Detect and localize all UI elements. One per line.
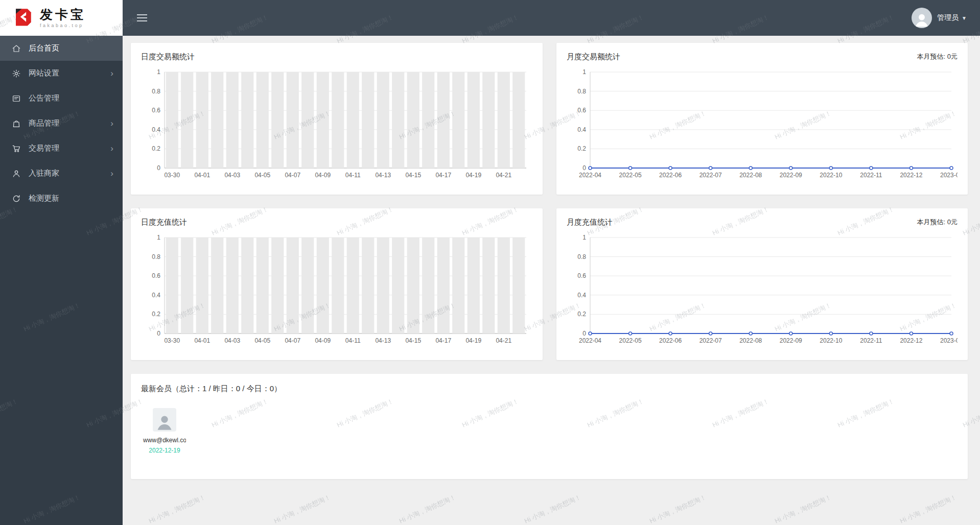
- brand[interactable]: 发卡宝 fakabao.top: [0, 0, 123, 36]
- svg-text:0: 0: [157, 330, 160, 337]
- svg-text:04-03: 04-03: [224, 337, 240, 344]
- svg-text:2022-08: 2022-08: [739, 172, 762, 179]
- brand-logo-icon: [12, 6, 34, 30]
- svg-text:0.2: 0.2: [577, 311, 586, 318]
- caret-down-icon: ▼: [962, 15, 967, 21]
- sidebar-item-3[interactable]: 商品管理›: [0, 111, 123, 136]
- member-avatar: [153, 408, 176, 432]
- svg-text:2022-11: 2022-11: [860, 337, 882, 344]
- bag-icon: [11, 118, 21, 129]
- card-monthly-recharge-stats: 月度充值统计 本月预估: 0元 00.20.40.60.812022-04202…: [556, 208, 968, 360]
- svg-text:04-05: 04-05: [254, 337, 270, 344]
- svg-text:0: 0: [582, 330, 586, 337]
- sidebar-item-4[interactable]: 交易管理›: [0, 136, 123, 161]
- svg-text:0.2: 0.2: [577, 145, 586, 152]
- hamburger-menu-icon[interactable]: [136, 12, 148, 23]
- chevron-right-icon: ›: [110, 119, 113, 128]
- content: 日度交易额统计 00.20.40.60.8103-3004-0104-0304-…: [123, 36, 980, 525]
- chevron-right-icon: ›: [110, 69, 113, 78]
- sidebar-item-label: 网站设置: [29, 68, 59, 78]
- card-latest-members: 最新会员（总计：1 / 昨日：0 / 今日：0） www@dkewl.com20…: [131, 374, 968, 479]
- svg-text:04-01: 04-01: [194, 172, 210, 179]
- member-list: www@dkewl.com2022-12-19: [141, 408, 958, 454]
- svg-text:0: 0: [582, 164, 586, 172]
- svg-text:2022-05: 2022-05: [619, 172, 642, 179]
- card-title-monthly-recharge: 月度充值统计: [567, 218, 613, 227]
- svg-text:2022-12: 2022-12: [900, 172, 922, 179]
- svg-text:04-07: 04-07: [285, 337, 300, 344]
- sidebar-item-label: 入驻商家: [29, 169, 59, 178]
- daily-recharge-chart: 00.20.40.60.8103-3004-0104-0304-0504-070…: [141, 230, 532, 349]
- gear-icon: [11, 68, 21, 79]
- card-daily-recharge-stats: 日度充值统计 00.20.40.60.8103-3004-0104-0304-0…: [131, 208, 543, 360]
- svg-text:03-30: 03-30: [164, 337, 180, 344]
- svg-text:04-17: 04-17: [435, 172, 451, 179]
- svg-text:0.6: 0.6: [152, 272, 160, 279]
- card-monthly-trade-stats: 月度交易额统计 本月预估: 0元 00.20.40.60.812022-0420…: [556, 43, 968, 195]
- cart-icon: [11, 144, 21, 154]
- sidebar-item-label: 公告管理: [29, 93, 59, 103]
- sidebar-item-1[interactable]: 网站设置›: [0, 61, 123, 86]
- main-column: 管理员 ▼ 日度交易额统计 00.20.40.60.8103-3004-0104…: [123, 0, 980, 525]
- brand-text: 发卡宝 fakabao.top: [40, 8, 86, 28]
- refresh-icon: [11, 194, 21, 204]
- svg-text:2022-11: 2022-11: [860, 172, 882, 179]
- sidebar-item-2[interactable]: 公告管理: [0, 86, 123, 111]
- svg-text:04-19: 04-19: [465, 172, 481, 179]
- latest-members-title: 最新会员（总计：1 / 昨日：0 / 今日：0）: [141, 384, 282, 393]
- chevron-right-icon: ›: [110, 144, 113, 153]
- card-head: 月度充值统计 本月预估: 0元: [567, 218, 958, 227]
- svg-text:2022-07: 2022-07: [699, 337, 722, 344]
- svg-text:0.6: 0.6: [577, 272, 586, 279]
- svg-text:0.6: 0.6: [577, 107, 586, 114]
- svg-text:04-09: 04-09: [315, 172, 331, 179]
- svg-text:04-19: 04-19: [465, 337, 481, 344]
- member-item[interactable]: www@dkewl.com2022-12-19: [143, 408, 186, 454]
- svg-text:2022-12: 2022-12: [900, 337, 922, 344]
- svg-text:2022-09: 2022-09: [780, 172, 802, 179]
- topbar-right: 管理员 ▼: [912, 8, 967, 28]
- svg-text:04-03: 04-03: [224, 172, 240, 179]
- sidebar-item-label: 交易管理: [29, 144, 59, 153]
- daily-trade-chart: 00.20.40.60.8103-3004-0104-0304-0504-070…: [141, 65, 532, 183]
- sidebar-item-label: 后台首页: [29, 43, 59, 53]
- svg-text:2022-10: 2022-10: [820, 337, 842, 344]
- svg-text:0.8: 0.8: [152, 88, 160, 95]
- sidebar-item-0[interactable]: 后台首页: [0, 36, 123, 61]
- svg-text:04-01: 04-01: [194, 337, 210, 344]
- svg-text:0.8: 0.8: [152, 253, 160, 260]
- user-avatar[interactable]: [912, 8, 932, 28]
- svg-text:0.4: 0.4: [152, 292, 160, 299]
- card-title-daily-recharge: 日度充值统计: [141, 218, 187, 227]
- monthly-trade-estimate: 本月预估: 0元: [917, 52, 958, 61]
- svg-text:04-05: 04-05: [254, 172, 270, 179]
- svg-text:0.8: 0.8: [577, 88, 586, 95]
- svg-text:0.2: 0.2: [152, 311, 160, 318]
- svg-text:1: 1: [157, 68, 160, 76]
- svg-text:0.4: 0.4: [577, 292, 586, 299]
- sidebar-item-6[interactable]: 检测更新: [0, 186, 123, 211]
- user-menu[interactable]: 管理员 ▼: [937, 13, 967, 22]
- svg-text:0: 0: [157, 164, 160, 172]
- svg-text:1: 1: [157, 234, 160, 241]
- brand-domain: fakabao.top: [40, 23, 86, 28]
- svg-text:2022-06: 2022-06: [659, 172, 682, 179]
- card-title-monthly-trade: 月度交易额统计: [567, 52, 620, 62]
- monthly-trade-chart: 00.20.40.60.812022-042022-052022-062022-…: [567, 65, 958, 183]
- svg-text:1: 1: [582, 68, 586, 76]
- sidebar-item-5[interactable]: 入驻商家›: [0, 161, 123, 186]
- svg-text:04-07: 04-07: [285, 172, 300, 179]
- svg-text:2022-04: 2022-04: [579, 337, 601, 344]
- card-head: 月度交易额统计 本月预估: 0元: [567, 52, 958, 62]
- member-name: www@dkewl.com: [143, 437, 186, 444]
- svg-text:2022-05: 2022-05: [619, 337, 642, 344]
- sidebar-item-label: 检测更新: [29, 194, 59, 203]
- svg-text:0.4: 0.4: [152, 126, 160, 133]
- svg-text:2022-08: 2022-08: [739, 337, 762, 344]
- svg-text:2022-07: 2022-07: [699, 172, 722, 179]
- sidebar: 发卡宝 fakabao.top 后台首页网站设置›公告管理商品管理›交易管理›入…: [0, 0, 123, 525]
- svg-text:04-13: 04-13: [375, 337, 391, 344]
- charts-grid: 日度交易额统计 00.20.40.60.8103-3004-0104-0304-…: [131, 43, 968, 360]
- page: 发卡宝 fakabao.top 后台首页网站设置›公告管理商品管理›交易管理›入…: [0, 0, 980, 525]
- member-date: 2022-12-19: [149, 447, 180, 454]
